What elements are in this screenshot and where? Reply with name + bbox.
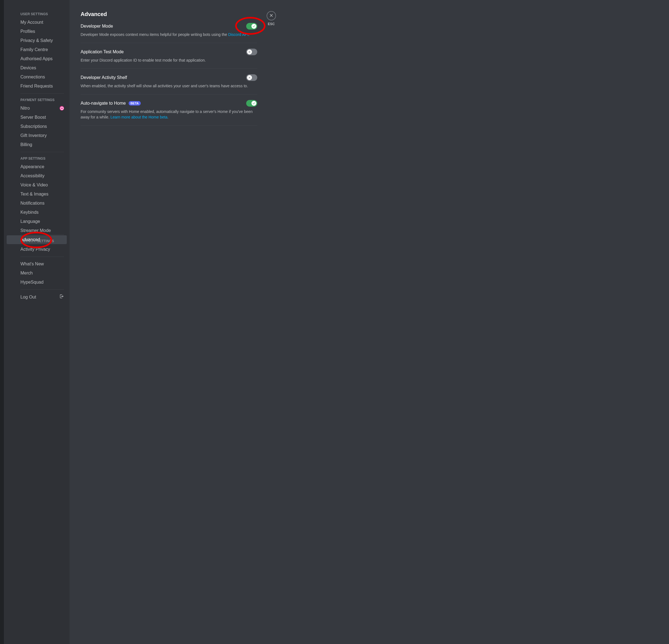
sidebar-item-merch[interactable]: Merch bbox=[6, 269, 67, 278]
setting-description: Enter your Discord application ID to ena… bbox=[81, 57, 257, 63]
close-icon bbox=[269, 13, 273, 18]
sidebar-item-label: Family Centre bbox=[20, 47, 48, 53]
sidebar-item-privacy-safety[interactable]: Privacy & Safety bbox=[6, 36, 67, 45]
setting-label-text: Auto-navigate to Home bbox=[81, 101, 126, 106]
setting-description: For community servers with Home enabled,… bbox=[81, 109, 257, 120]
sidebar-divider bbox=[20, 93, 64, 94]
setting-desc-text: . bbox=[248, 32, 250, 37]
check-icon bbox=[252, 25, 256, 28]
sidebar-item-label: HypeSquad bbox=[20, 279, 44, 285]
sidebar-item-what-s-new[interactable]: What's New bbox=[6, 260, 67, 268]
setting-label-text: Developer Mode bbox=[81, 24, 113, 29]
sidebar-item-label: Log Out bbox=[20, 294, 36, 300]
sidebar-item-label: Text & Images bbox=[20, 191, 48, 197]
sidebar-item-authorised-apps[interactable]: Authorised Apps bbox=[6, 54, 67, 63]
sidebar-divider bbox=[20, 256, 64, 257]
x-icon bbox=[248, 76, 251, 79]
sidebar-item-text-images[interactable]: Text & Images bbox=[6, 190, 67, 198]
toggle-thumb bbox=[247, 50, 252, 54]
sidebar-item-connections[interactable]: Connections bbox=[6, 73, 67, 82]
sidebar-item-label: Subscriptions bbox=[20, 124, 47, 129]
sidebar-section-header: APP SETTINGS bbox=[6, 155, 67, 162]
check-icon bbox=[252, 102, 256, 105]
toggle-developer_mode[interactable] bbox=[246, 23, 257, 30]
sidebar-item-label: Appearance bbox=[20, 164, 44, 170]
sidebar-item-label: Server Boost bbox=[20, 115, 46, 120]
sidebar-item-label: Keybinds bbox=[20, 210, 39, 215]
setting-app_test_mode: Application Test ModeEnter your Discord … bbox=[81, 48, 257, 69]
setting-desc-link[interactable]: Learn more about the Home beta. bbox=[110, 115, 168, 119]
close-button[interactable] bbox=[267, 11, 276, 20]
esc-label: ESC bbox=[267, 22, 276, 26]
sidebar-item-label: Gift Inventory bbox=[20, 133, 47, 138]
sidebar-item-accessibility[interactable]: Accessibility bbox=[6, 171, 67, 180]
settings-main: Advanced Developer ModeDeveloper Mode ex… bbox=[70, 0, 669, 644]
sidebar-item-gift-inventory[interactable]: Gift Inventory bbox=[6, 131, 67, 140]
sidebar-item-family-centre[interactable]: Family Centre bbox=[6, 45, 67, 54]
sidebar-item-hypesquad[interactable]: HypeSquad bbox=[6, 278, 67, 286]
sidebar-item-notifications[interactable]: Notifications bbox=[6, 199, 67, 208]
sidebar-item-label: Devices bbox=[20, 65, 36, 71]
sidebar-item-label: Nitro bbox=[20, 106, 30, 111]
sidebar-item-label: Profiles bbox=[20, 29, 35, 34]
logout-icon bbox=[60, 294, 64, 300]
sidebar-item-label: Notifications bbox=[20, 200, 44, 206]
setting-label-text: Application Test Mode bbox=[81, 50, 124, 54]
sidebar-item-label: My Account bbox=[20, 19, 43, 25]
sidebar-item-appearance[interactable]: Appearance bbox=[6, 163, 67, 171]
sidebar-item-streamer-mode[interactable]: Streamer Mode bbox=[6, 226, 67, 235]
sidebar-item-voice-video[interactable]: Voice & Video bbox=[6, 181, 67, 190]
sidebar-item-label: Activity Privacy bbox=[20, 247, 50, 252]
sidebar-item-label: What's New bbox=[20, 261, 44, 267]
sidebar-item-language[interactable]: Language bbox=[6, 217, 67, 226]
sidebar-section-header: USER SETTINGS bbox=[6, 11, 67, 18]
settings-sidebar: USER SETTINGSMy AccountProfilesPrivacy &… bbox=[0, 0, 70, 644]
toggle-app_test_mode[interactable] bbox=[246, 48, 257, 55]
sidebar-item-activity-privacy[interactable]: Activity Privacy bbox=[6, 245, 67, 254]
setting-label: Application Test Mode bbox=[81, 50, 124, 54]
sidebar-item-subscriptions[interactable]: Subscriptions bbox=[6, 122, 67, 131]
setting-label: Developer Activity Shelf bbox=[81, 75, 127, 80]
beta-badge: BETA bbox=[129, 101, 141, 106]
sidebar-item-label: Accessibility bbox=[20, 173, 44, 179]
toggle-thumb bbox=[252, 101, 256, 106]
page-title: Advanced bbox=[81, 11, 257, 17]
setting-label: Developer Mode bbox=[81, 24, 113, 29]
sidebar-item-label: Voice & Video bbox=[20, 182, 48, 188]
sidebar-item-label: Authorised Apps bbox=[20, 56, 53, 61]
setting-label: Auto-navigate to HomeBETA bbox=[81, 101, 141, 106]
sidebar-item-label: Merch bbox=[20, 270, 32, 276]
sidebar-item-my-account[interactable]: My Account bbox=[6, 18, 67, 27]
toggle-auto_navigate_home[interactable] bbox=[246, 100, 257, 107]
x-icon bbox=[248, 50, 251, 54]
sidebar-item-log-out[interactable]: Log Out bbox=[6, 292, 67, 302]
toggle-thumb bbox=[247, 75, 252, 80]
sidebar-divider bbox=[20, 152, 64, 152]
sidebar-item-server-boost[interactable]: Server Boost bbox=[6, 113, 67, 122]
close-area: ESC bbox=[267, 11, 276, 633]
setting-developer_mode: Developer ModeDeveloper Mode exposes con… bbox=[81, 23, 257, 43]
toggle-thumb bbox=[252, 24, 256, 29]
sidebar-item-keybinds[interactable]: Keybinds bbox=[6, 208, 67, 217]
nitro-icon bbox=[60, 106, 64, 110]
sidebar-item-label: Friend Requests bbox=[20, 83, 53, 89]
sidebar-item-nitro[interactable]: Nitro bbox=[6, 104, 67, 113]
setting-desc-link[interactable]: Discord API bbox=[228, 32, 248, 37]
setting-description: When enabled, the activity shelf will sh… bbox=[81, 83, 257, 89]
setting-description: Developer Mode exposes context menu item… bbox=[81, 32, 257, 37]
setting-dev_activity_shelf: Developer Activity ShelfWhen enabled, th… bbox=[81, 74, 257, 95]
sidebar-item-devices[interactable]: Devices bbox=[6, 64, 67, 72]
sidebar-item-billing[interactable]: Billing bbox=[6, 140, 67, 149]
setting-row: Application Test Mode bbox=[81, 48, 257, 55]
setting-row: Auto-navigate to HomeBETA bbox=[81, 100, 257, 107]
toggle-dev_activity_shelf[interactable] bbox=[246, 74, 257, 81]
sidebar-item-friend-requests[interactable]: Friend Requests bbox=[6, 82, 67, 90]
sidebar-item-profiles[interactable]: Profiles bbox=[6, 27, 67, 36]
sidebar-section-header: PAYMENT SETTINGS bbox=[6, 96, 67, 103]
sidebar-item-label: Billing bbox=[20, 142, 32, 148]
setting-desc-text: Developer Mode exposes context menu item… bbox=[81, 32, 228, 37]
setting-auto_navigate_home: Auto-navigate to HomeBETAFor community s… bbox=[81, 100, 257, 126]
setting-label-text: Developer Activity Shelf bbox=[81, 75, 127, 80]
settings-content: Advanced Developer ModeDeveloper Mode ex… bbox=[81, 11, 257, 633]
sidebar-item-label: Streamer Mode bbox=[20, 228, 51, 233]
